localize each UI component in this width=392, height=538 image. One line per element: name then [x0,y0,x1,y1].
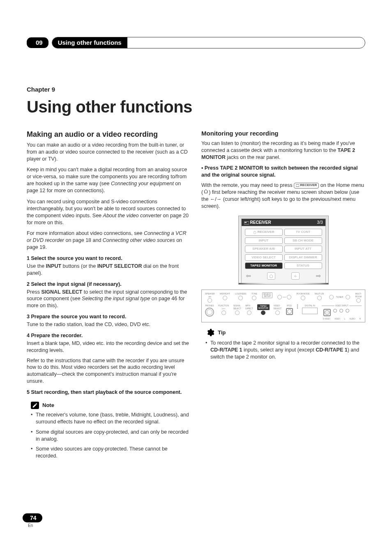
chapter-title: Using other functions [27,96,365,118]
step-body: Press SIGNAL SELECT to select the input … [27,289,191,310]
remote-soft-key: SPEAKER A/B [245,246,283,252]
remote-soft-key: DISPLAY DIMMER [284,254,322,261]
left-arrow-icon: ← [210,196,215,202]
right-column: Monitoring your recording You can listen… [201,129,365,463]
remote-soft-key: VIDEO SELECT [245,254,283,261]
remote-soft-key: RECEIVER [245,229,283,235]
remote-soft-key-active: TAPE2 MONITOR [245,262,283,269]
pencil-icon [31,402,39,409]
home-icon [267,272,275,280]
step-heading: 2 Select the input signal (if necessary)… [27,281,191,288]
remote-title-bar: RECEIVER 3/3 [242,219,325,227]
page-number: 74 [23,513,42,522]
note-list: The receiver's volume, tone (bass, trebl… [27,412,191,460]
instruction-bullet: • Press TAPE 2 MONITOR to switch between… [201,165,365,179]
gear-icon [205,328,214,337]
step-body: Tune to the radio station, load the CD, … [27,321,191,328]
list-item: Some digital sources are copy-protected,… [31,429,191,443]
remote-screen-illustration: RECEIVER 3/3 RECEIVER TV CONT INPUT SB C… [238,216,329,285]
page-header: 09 Using other functions [27,37,365,48]
step-heading: 5 Start recording, then start playback o… [27,389,191,396]
header-title-bar: Using other functions [52,37,365,48]
section-heading: Making an audio or a video recording [27,129,191,139]
tip-heading: Tip [205,328,365,337]
body-text: For more information about video connect… [27,230,191,251]
svg-rect-0 [296,184,299,186]
remote-soft-key: STATUS [284,262,322,269]
step-body: Refer to the instructions that came with… [27,357,191,385]
body-text: You can record using composite and S-vid… [27,198,191,226]
remote-page-indicator: 3/3 [317,220,323,225]
body-text: You can listen to (monitor) the recordin… [201,140,365,161]
svg-rect-2 [244,222,247,223]
remote-title-text: RECEIVER [250,220,271,225]
right-arrow-icon: → [217,196,222,202]
body-text: You can make an audio or a video recordi… [27,142,191,163]
home-icon [203,189,209,196]
remote-soft-key: INPUT ATT [284,246,322,252]
chapter-label: Chapter 9 [27,85,365,94]
step-heading: 1 Select the source you want to record. [27,255,191,262]
body-text: With the remote, you may need to press R… [201,182,365,210]
receiver-button-icon: RECEIVER [294,183,319,189]
front-panel-illustration: SPEAKERA/B MIDNIGHT LOUDNESS TONE MCACCS… [201,290,365,322]
tip-label: Tip [218,329,226,336]
back-icon [291,272,300,280]
tip-list: To record the tape 2 monitor signal to a… [201,340,365,361]
header-title: Using other functions [52,37,127,48]
note-heading: Note [31,402,191,409]
step-heading: 3 Prepare the source you want to record. [27,313,191,320]
remote-soft-key: SB CH MODE [284,237,322,244]
left-column: Making an audio or a video recording You… [27,129,191,463]
remote-soft-key: INPUT [245,237,283,244]
page-language: En [28,523,33,529]
right-arrow-icon: ➡ [316,271,321,280]
svg-rect-1 [244,221,249,224]
note-label: Note [42,402,54,409]
step-heading: 4 Prepare the recorder. [27,332,191,339]
body-text: Keep in mind you can't make a digital re… [27,166,191,194]
subsection-heading: Monitoring your recording [201,129,365,138]
list-item: Some video sources are copy-protected. T… [31,446,191,460]
left-arrow-icon: ⬅ [246,271,251,280]
step-body: Use the INPUT buttons (or the INPUT SELE… [27,263,191,277]
step-body: Insert a blank tape, MD, video etc. into… [27,340,191,354]
chapter-number-pill: 09 [27,37,48,48]
list-item: The receiver's volume, tone (bass, trebl… [31,412,191,425]
list-item: To record the tape 2 monitor signal to a… [205,340,365,361]
remote-soft-key: TV CONT [284,229,322,235]
